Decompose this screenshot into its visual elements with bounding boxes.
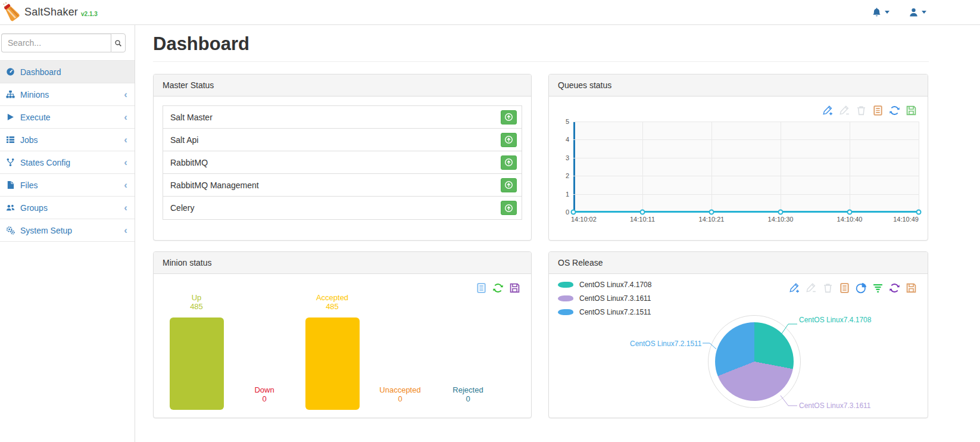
os-legend: CentOS Linux7.4.1708 CentOS Linux7.3.161… (558, 280, 651, 321)
edit-add-icon[interactable] (789, 282, 800, 294)
page-title: Dashboard (153, 33, 929, 55)
data-point (847, 210, 853, 215)
minion-bar-chart: Up485Down0Accepted485Unaccepted0Rejected… (163, 283, 502, 410)
arrow-circle-up-icon (504, 158, 513, 167)
table-row: Salt Master (163, 106, 522, 129)
notifications-menu[interactable] (872, 7, 890, 17)
app-header: SaltShaker v2.1.3 (0, 0, 980, 25)
sidebar-item-label: System Setup (20, 226, 72, 235)
service-status-button[interactable] (501, 133, 517, 147)
panel-title: OS Release (549, 252, 928, 274)
save-icon[interactable] (509, 282, 520, 294)
sidebar-item-execute[interactable]: Execute ‹ (0, 106, 135, 129)
table-row: Salt Api (163, 129, 522, 151)
sidebar-item-jobs[interactable]: Jobs ‹ (0, 129, 135, 151)
queues-y-axis-labels: 012345 (558, 122, 573, 212)
caret-down-icon (885, 11, 890, 14)
sidebar-item-states-config[interactable]: States Config ‹ (0, 151, 135, 174)
sidebar-item-label: Groups (20, 203, 48, 213)
file-icon (6, 180, 16, 189)
user-menu[interactable] (909, 7, 926, 17)
log-icon[interactable] (872, 105, 884, 116)
app-version: v2.1.3 (81, 11, 98, 17)
gridline (573, 176, 919, 176)
delete-icon[interactable] (856, 105, 867, 116)
service-name: RabbitMQ (170, 158, 208, 167)
gridline (642, 122, 643, 212)
save-icon[interactable] (906, 282, 917, 294)
refresh-icon[interactable] (492, 282, 504, 294)
gridline (850, 122, 850, 212)
gridline (781, 122, 781, 212)
chevron-left-icon: ‹ (124, 89, 127, 99)
sidebar-item-minions[interactable]: Minions ‹ (0, 83, 135, 106)
panel-title: Minion status (154, 252, 531, 274)
table-row: RabbitMQ (163, 151, 522, 174)
pie-callout-label: CentOS Linux7.4.1708 (799, 316, 871, 324)
bar-label: Unaccepted0 (379, 385, 420, 403)
delete-icon[interactable] (822, 282, 834, 294)
chevron-left-icon: ‹ (124, 135, 127, 145)
edit-remove-icon[interactable] (839, 105, 850, 116)
sidebar-item-groups[interactable]: Groups ‹ (0, 197, 135, 219)
tasks-icon (6, 135, 16, 144)
y-axis-line (573, 122, 575, 212)
service-status-button[interactable] (501, 178, 517, 192)
panel-minion-status: Minion status Up485Down0Accepted485Unacc… (153, 251, 532, 418)
service-name: Salt Master (170, 113, 213, 122)
bar-group-up: Up485 (163, 293, 230, 410)
y-axis-tick: 0 (566, 208, 569, 216)
refresh-icon[interactable] (889, 105, 900, 116)
bar-accepted (305, 318, 360, 410)
bar-label: Up485 (190, 293, 203, 311)
log-icon[interactable] (839, 282, 850, 294)
arrow-circle-up-icon (504, 113, 513, 122)
refresh-icon[interactable] (889, 282, 900, 294)
sitemap-icon (6, 90, 16, 99)
data-point (916, 210, 922, 215)
service-status-button[interactable] (501, 155, 517, 170)
panel-queues-status: Queues status 012345 (548, 74, 928, 241)
x-axis-tick: 14:10:11 (630, 216, 655, 223)
sidebar-item-files[interactable]: Files ‹ (0, 174, 135, 197)
save-icon[interactable] (906, 105, 917, 116)
search-icon (114, 39, 122, 47)
x-axis-tick: 14:10:49 (893, 216, 919, 223)
chevron-left-icon: ‹ (124, 225, 127, 235)
arrow-circle-up-icon (504, 180, 513, 189)
bar-group-down: Down0 (230, 385, 298, 410)
bar-group-rejected: Rejected0 (434, 385, 502, 410)
search-button[interactable] (111, 33, 126, 52)
edit-add-icon[interactable] (822, 105, 834, 116)
log-icon[interactable] (476, 282, 487, 294)
search-input[interactable] (1, 33, 111, 52)
edit-remove-icon[interactable] (806, 282, 817, 294)
gridline (573, 122, 919, 122)
brand: SaltShaker v2.1.3 (0, 1, 98, 24)
gridline (573, 158, 919, 158)
panel-title: Queues status (549, 74, 928, 97)
service-status-button[interactable] (501, 110, 517, 124)
panel-title: Master Status (154, 74, 531, 97)
chevron-left-icon: ‹ (124, 112, 127, 122)
sidebar-item-dashboard[interactable]: Dashboard (0, 61, 135, 83)
service-status-button[interactable] (501, 201, 517, 215)
sidebar-item-system-setup[interactable]: System Setup ‹ (0, 219, 135, 242)
sidebar-search (1, 33, 126, 52)
filter-icon[interactable] (872, 282, 884, 294)
pie-callout-label: CentOS Linux7.2.1511 (630, 340, 702, 348)
legend-swatch (558, 282, 573, 288)
chevron-left-icon: ‹ (124, 157, 127, 167)
data-point (640, 210, 645, 215)
chevron-left-icon: ‹ (124, 180, 127, 190)
pie-callout-label: CentOS Linux7.3.1611 (799, 401, 871, 410)
sidebar-item-label: Execute (20, 113, 51, 122)
fork-icon (6, 158, 16, 167)
table-row: RabbitMQ Management (163, 174, 522, 197)
gridline (711, 122, 712, 212)
queues-x-axis-labels: 14:10:0214:10:1114:10:2114:10:3014:10:40… (573, 216, 919, 225)
bell-icon (872, 7, 882, 17)
play-icon (6, 113, 16, 122)
sidebar: Dashboard Minions ‹ Execute ‹ Jobs ‹ Sta… (0, 25, 135, 442)
pie-chart-icon[interactable] (856, 282, 867, 294)
